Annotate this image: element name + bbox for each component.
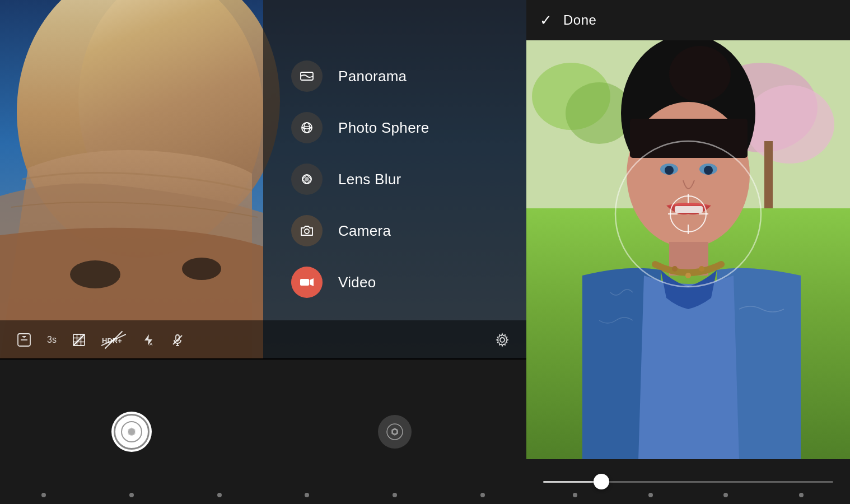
video-icon	[299, 274, 315, 290]
page-dots	[0, 493, 526, 497]
hdr-button[interactable]: HDR+	[101, 333, 126, 347]
blur-slider-fill	[543, 481, 601, 483]
camera-shutter-icon	[120, 421, 143, 443]
svg-line-31	[73, 334, 85, 346]
lens-blur-icon	[299, 171, 315, 187]
panorama-icon-circle	[291, 60, 323, 92]
right-dot-1	[573, 493, 577, 497]
camera-mode-label: Camera	[338, 222, 391, 240]
blur-slider-track[interactable]	[543, 481, 833, 483]
svg-point-7	[302, 123, 312, 133]
lens-blur-panel: ✓ Done	[526, 0, 850, 504]
svg-point-42	[124, 424, 139, 440]
camera-mode-icon	[299, 223, 315, 239]
shutter-right-slot	[339, 415, 451, 449]
right-dot-3	[723, 493, 728, 497]
dot-2	[129, 493, 134, 497]
mode-item-video[interactable]: Video	[291, 256, 526, 308]
svg-point-19	[305, 229, 309, 234]
right-dot-2	[648, 493, 653, 497]
grid-toggle-button[interactable]	[72, 333, 86, 347]
camera-mode-icon-circle	[291, 215, 323, 246]
right-panel-header: ✓ Done	[526, 0, 850, 40]
shutter-left-slot	[76, 412, 188, 452]
mode-item-panorama[interactable]: Panorama	[291, 50, 526, 102]
shutter-button-secondary[interactable]	[378, 415, 412, 449]
svg-point-18	[305, 178, 309, 181]
camera-background: Panorama Photo Sphere	[0, 0, 526, 358]
flash-button[interactable]: A	[142, 333, 155, 347]
mic-icon	[171, 333, 184, 347]
dot-5	[393, 493, 397, 497]
focus-ring-svg	[526, 40, 850, 459]
done-button[interactable]: Done	[563, 12, 596, 28]
dot-4	[305, 493, 309, 497]
camera-shutter-area	[0, 360, 526, 504]
camera-secondary-icon	[386, 423, 404, 441]
shutter-button-main[interactable]	[111, 412, 152, 452]
grid-icon	[72, 333, 86, 347]
right-dot-4	[799, 493, 804, 497]
panorama-icon	[299, 68, 315, 84]
toolbar-left-icons: 3s	[17, 333, 184, 347]
mic-button[interactable]	[171, 333, 184, 347]
photo-sphere-label: Photo Sphere	[338, 119, 429, 137]
dot-1	[41, 493, 46, 497]
svg-marker-21	[310, 278, 314, 286]
svg-point-44	[387, 424, 403, 440]
photo-sphere-icon-circle	[291, 112, 323, 143]
mode-menu: Panorama Photo Sphere	[263, 0, 526, 358]
mode-item-lens-blur[interactable]: Lens Blur	[291, 153, 526, 205]
flash-icon: A	[142, 333, 155, 347]
video-icon-circle	[291, 267, 323, 298]
settings-button[interactable]	[495, 333, 510, 347]
timer-label: 3s	[47, 335, 57, 345]
svg-rect-26	[73, 334, 85, 346]
exposure-icon	[17, 333, 31, 347]
dot-3	[217, 493, 222, 497]
svg-text:A: A	[150, 342, 153, 347]
done-checkmark-icon: ✓	[540, 12, 552, 29]
exposure-button[interactable]	[17, 333, 31, 347]
lens-blur-label: Lens Blur	[338, 171, 401, 188]
svg-point-66	[615, 141, 761, 287]
svg-point-43	[128, 428, 135, 435]
right-panel-dots	[526, 493, 850, 497]
blur-slider-thumb[interactable]	[594, 474, 609, 489]
svg-point-5	[182, 258, 221, 280]
svg-point-41	[122, 422, 142, 442]
hdr-icon: HDR+	[101, 333, 126, 347]
blur-slider-area	[526, 459, 850, 504]
svg-rect-20	[300, 279, 309, 286]
photo-sphere-icon	[299, 120, 315, 136]
svg-point-8	[304, 123, 310, 133]
camera-viewfinder: Panorama Photo Sphere	[0, 0, 526, 504]
focus-overlay	[526, 40, 850, 459]
portrait-preview	[526, 40, 850, 459]
svg-point-45	[393, 430, 397, 434]
panorama-label: Panorama	[338, 68, 407, 85]
timer-button[interactable]: 3s	[47, 335, 57, 345]
dot-6	[480, 493, 485, 497]
lens-blur-icon-circle	[291, 164, 323, 195]
video-label: Video	[338, 274, 376, 291]
settings-icon	[495, 333, 510, 347]
svg-point-40	[500, 338, 505, 342]
svg-point-4	[70, 260, 120, 288]
mode-item-camera[interactable]: Camera	[291, 205, 526, 256]
mode-item-photo-sphere[interactable]: Photo Sphere	[291, 102, 526, 153]
camera-toolbar: 3s	[0, 320, 526, 360]
